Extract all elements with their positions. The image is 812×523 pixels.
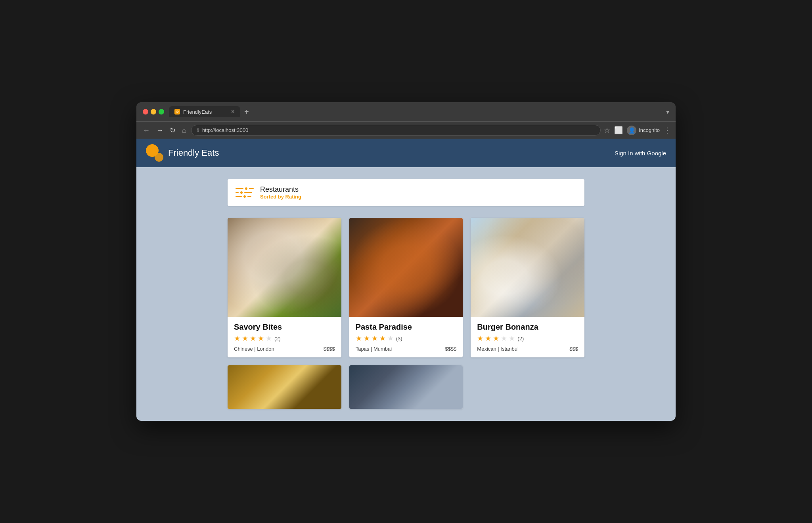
tab-title: FriendlyEats: [183, 109, 228, 115]
card-meta-1: Chinese | London $$$$: [234, 346, 335, 352]
card-image-2: [349, 218, 463, 317]
review-count-2: (3): [396, 336, 402, 342]
toolbar-right: ☆ ⬜ 👤 Incognito ⋮: [604, 126, 671, 135]
page-content: Friendly Eats Sign In with Google: [136, 139, 676, 421]
restaurants-title-block: Restaurants Sorted by Rating: [260, 185, 301, 200]
incognito-button[interactable]: 👤 Incognito: [627, 126, 660, 135]
content-wrapper: Restaurants Sorted by Rating Savory Bite…: [228, 179, 584, 409]
menu-icon[interactable]: ⋮: [664, 126, 671, 135]
card-name-1: Savory Bites: [234, 323, 335, 332]
url-display: http://localhost:3000: [202, 127, 595, 133]
incognito-avatar-icon: 👤: [627, 126, 636, 135]
tab-bar: 🍽 FriendlyEats × + ▾: [169, 106, 669, 117]
incognito-label: Incognito: [639, 127, 660, 133]
card-name-2: Pasta Paradise: [356, 323, 457, 332]
app-title: Friendly Eats: [168, 148, 219, 158]
card-image-5: [349, 365, 463, 409]
review-count-1: (2): [274, 336, 281, 342]
bookmark-icon[interactable]: ☆: [604, 126, 610, 135]
star-3-5: ★: [509, 334, 515, 343]
traffic-lights: [143, 109, 164, 115]
star-2-4: ★: [379, 334, 386, 343]
star-1-2: ★: [242, 334, 248, 343]
card-name-3: Burger Bonanza: [477, 323, 578, 332]
navigation-toolbar: ← → ↻ ⌂ ℹ http://localhost:3000 ☆ ⬜ 👤 In…: [136, 122, 676, 139]
tab-dropdown-button[interactable]: ▾: [666, 108, 669, 116]
sign-in-button[interactable]: Sign In with Google: [615, 150, 666, 157]
restaurant-cards-grid-bottom: [228, 365, 584, 409]
star-2-3: ★: [372, 334, 378, 343]
card-meta-3: Mexican | Istanbul $$$: [477, 346, 578, 352]
main-container: Restaurants Sorted by Rating Savory Bite…: [136, 167, 676, 421]
back-button[interactable]: ←: [141, 126, 151, 135]
star-1-3: ★: [250, 334, 256, 343]
filter-icon[interactable]: [236, 187, 254, 198]
app-header: Friendly Eats Sign In with Google: [136, 139, 676, 167]
review-count-3: (2): [517, 336, 524, 342]
lock-icon: ℹ: [197, 127, 199, 133]
star-2-2: ★: [364, 334, 370, 343]
card-body-1: Savory Bites ★ ★ ★ ★ ★ (2) Chinese | Lon…: [228, 317, 341, 357]
browser-window: 🍽 FriendlyEats × + ▾ ← → ↻ ⌂ ℹ http://lo…: [136, 102, 676, 421]
home-button[interactable]: ⌂: [180, 126, 188, 135]
new-tab-button[interactable]: +: [243, 107, 251, 116]
star-1-5: ★: [266, 334, 272, 343]
restaurant-card-4[interactable]: [228, 365, 341, 409]
forward-button[interactable]: →: [155, 126, 165, 135]
tab-close-button[interactable]: ×: [231, 109, 235, 115]
app-logo: Friendly Eats: [146, 144, 219, 162]
card-cuisine-2: Tapas | Mumbai: [356, 346, 392, 352]
card-body-3: Burger Bonanza ★ ★ ★ ★ ★ (2) Mexican | I…: [471, 317, 584, 357]
star-3-2: ★: [485, 334, 491, 343]
restaurant-card-2[interactable]: Pasta Paradise ★ ★ ★ ★ ★ (3) Tapas | Mum…: [349, 218, 463, 357]
restaurant-card-1[interactable]: Savory Bites ★ ★ ★ ★ ★ (2) Chinese | Lon…: [228, 218, 341, 357]
card-image-1: [228, 218, 341, 317]
star-1-1: ★: [234, 334, 240, 343]
card-cuisine-3: Mexican | Istanbul: [477, 346, 519, 352]
card-body-2: Pasta Paradise ★ ★ ★ ★ ★ (3) Tapas | Mum…: [349, 317, 463, 357]
logo-circle-small: [155, 153, 163, 162]
stars-row-3: ★ ★ ★ ★ ★ (2): [477, 334, 578, 343]
maximize-button[interactable]: [159, 109, 164, 115]
sorted-label: Sorted by Rating: [260, 194, 301, 200]
refresh-button[interactable]: ↻: [168, 126, 177, 135]
card-image-4: [228, 365, 341, 409]
active-tab[interactable]: 🍽 FriendlyEats ×: [169, 106, 240, 117]
card-meta-2: Tapas | Mumbai $$$$: [356, 346, 457, 352]
star-2-1: ★: [356, 334, 362, 343]
card-cuisine-1: Chinese | London: [234, 346, 274, 352]
stars-row-2: ★ ★ ★ ★ ★ (3): [356, 334, 457, 343]
minimize-button[interactable]: [151, 109, 156, 115]
star-1-4: ★: [258, 334, 264, 343]
star-3-3: ★: [493, 334, 499, 343]
card-price-1: $$$$: [324, 346, 335, 352]
logo-icon: [146, 144, 163, 162]
restaurant-card-5[interactable]: [349, 365, 463, 409]
star-3-1: ★: [477, 334, 483, 343]
split-screen-icon[interactable]: ⬜: [614, 126, 623, 135]
restaurants-header: Restaurants Sorted by Rating: [228, 179, 584, 206]
restaurant-card-3[interactable]: Burger Bonanza ★ ★ ★ ★ ★ (2) Mexican | I…: [471, 218, 584, 357]
address-bar[interactable]: ℹ http://localhost:3000: [191, 125, 601, 136]
card-price-3: $$$: [569, 346, 578, 352]
star-2-5: ★: [387, 334, 394, 343]
card-price-2: $$$$: [445, 346, 456, 352]
stars-row-1: ★ ★ ★ ★ ★ (2): [234, 334, 335, 343]
star-3-4: ★: [501, 334, 507, 343]
restaurants-title: Restaurants: [260, 185, 301, 194]
tab-favicon: 🍽: [174, 109, 180, 115]
restaurant-cards-grid: Savory Bites ★ ★ ★ ★ ★ (2) Chinese | Lon…: [228, 218, 584, 357]
browser-titlebar: 🍽 FriendlyEats × + ▾: [136, 102, 676, 122]
close-button[interactable]: [143, 109, 148, 115]
card-image-3: [471, 218, 584, 317]
